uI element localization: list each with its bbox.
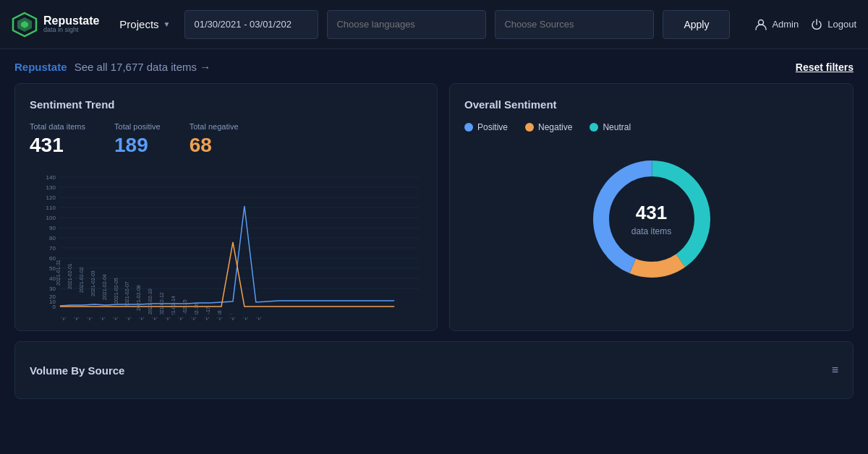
svg-text:2021-02-16: 2021-02-16 <box>194 303 199 314</box>
logo: Repustate data in sight <box>12 12 99 38</box>
user-icon <box>754 18 767 31</box>
sentiment-chart: 140 130 120 110 100 90 80 70 60 50 40 30… <box>30 170 422 314</box>
svg-text:2021-02-14: 2021-02-14 <box>171 296 176 314</box>
line-chart-svg: 140 130 120 110 100 90 80 70 60 50 40 30… <box>30 170 422 314</box>
svg-text:110: 110 <box>46 205 56 211</box>
svg-text:2021-02-04: 2021-02-04 <box>102 274 107 300</box>
svg-text:2021-02-03: 2021-02-03 <box>90 270 95 296</box>
negative-dot <box>525 123 534 132</box>
cards-row: Sentiment Trend Total data items 431 Tot… <box>14 83 854 331</box>
donut-section: Positive Negative Neutral <box>464 122 838 291</box>
legend-negative: Negative <box>525 122 572 132</box>
header: Repustate data in sight Projects ▼ Apply… <box>0 0 868 49</box>
legend-positive: Positive <box>464 122 508 132</box>
logo-text: Repustate data in sight <box>43 14 99 34</box>
total-negative-stat: Total negative 68 <box>190 122 239 157</box>
main-content: Repustate See all 17,677 data items → Re… <box>0 49 868 411</box>
svg-text:120: 120 <box>46 194 56 201</box>
chevron-down-icon: ▼ <box>163 20 171 28</box>
svg-text:2021-02-15: 2021-02-15 <box>182 299 187 314</box>
svg-text:30: 30 <box>49 286 56 292</box>
total-data-stat: Total data items 431 <box>30 122 85 157</box>
svg-text:0: 0 <box>52 304 56 310</box>
total-positive-stat: Total positive 189 <box>114 122 161 157</box>
breadcrumb: Repustate See all 17,677 data items → <box>14 61 210 73</box>
svg-text:2021-02-07: 2021-02-07 <box>125 281 130 307</box>
svg-text:2021-02-08: 2021-02-08 <box>136 285 141 311</box>
svg-text:70: 70 <box>49 245 56 252</box>
positive-dot <box>464 123 473 132</box>
donut-label: 431 data items <box>631 202 671 237</box>
total-data-label: Total data items <box>30 122 85 131</box>
sources-select-input[interactable] <box>495 10 654 39</box>
svg-text:2021-02-18: 2021-02-18 <box>217 310 222 314</box>
svg-text:100: 100 <box>46 215 56 221</box>
total-data-value: 431 <box>30 134 64 157</box>
svg-text:2021-02-19: 2021-02-19 <box>229 314 234 314</box>
svg-text:140: 140 <box>46 174 56 181</box>
total-negative-value: 68 <box>190 134 212 157</box>
svg-text:2021-02-01: 2021-02-01 <box>67 263 72 289</box>
donut-chart: 431 data items <box>579 147 724 291</box>
user-area: Admin Logout <box>754 18 856 31</box>
neutral-dot <box>590 123 598 132</box>
total-positive-value: 189 <box>114 134 148 157</box>
svg-text:2021-02-05: 2021-02-05 <box>114 278 119 304</box>
total-negative-label: Total negative <box>190 122 239 131</box>
svg-text:2021-02-12: 2021-02-12 <box>159 292 164 314</box>
top-bar: Repustate See all 17,677 data items → Re… <box>14 61 854 73</box>
total-positive-label: Total positive <box>114 122 161 131</box>
logout-button[interactable]: Logout <box>810 18 856 31</box>
svg-text:2021-02-17: 2021-02-17 <box>205 307 210 314</box>
volume-by-source-title: Volume By Source <box>30 364 124 377</box>
breadcrumb-brand: Repustate <box>14 61 67 73</box>
legend-row: Positive Negative Neutral <box>464 122 631 132</box>
sentiment-trend-title: Sentiment Trend <box>30 98 422 111</box>
menu-icon[interactable]: ≡ <box>832 364 838 377</box>
svg-text:90: 90 <box>49 225 56 231</box>
see-all-link[interactable]: See all 17,677 data items → <box>75 61 210 73</box>
svg-text:2021-02-02: 2021-02-02 <box>79 267 84 293</box>
svg-text:2021-02-10: 2021-02-10 <box>148 288 153 314</box>
repustate-logo-icon <box>12 12 38 38</box>
language-select-input[interactable] <box>327 10 486 39</box>
logo-tagline: data in sight <box>43 27 99 34</box>
overall-sentiment-title: Overall Sentiment <box>464 98 838 111</box>
stats-row: Total data items 431 Total positive 189 … <box>30 122 422 157</box>
logo-brand-name: Repustate <box>43 14 99 27</box>
svg-text:2021-01-31: 2021-01-31 <box>56 260 61 286</box>
donut-total-value: 431 <box>631 202 671 224</box>
apply-button[interactable]: Apply <box>663 10 730 39</box>
sentiment-trend-card: Sentiment Trend Total data items 431 Tot… <box>14 83 438 331</box>
reset-filters-button[interactable]: Reset filters <box>796 61 854 73</box>
power-icon <box>810 18 823 31</box>
overall-sentiment-card: Overall Sentiment Positive Negative Neut… <box>449 83 854 331</box>
projects-button[interactable]: Projects ▼ <box>114 14 176 35</box>
svg-text:80: 80 <box>49 235 56 241</box>
date-range-input[interactable] <box>184 10 318 39</box>
admin-button[interactable]: Admin <box>754 18 799 31</box>
legend-neutral: Neutral <box>590 122 631 132</box>
donut-total-sub: data items <box>631 226 671 236</box>
svg-text:130: 130 <box>46 184 56 191</box>
